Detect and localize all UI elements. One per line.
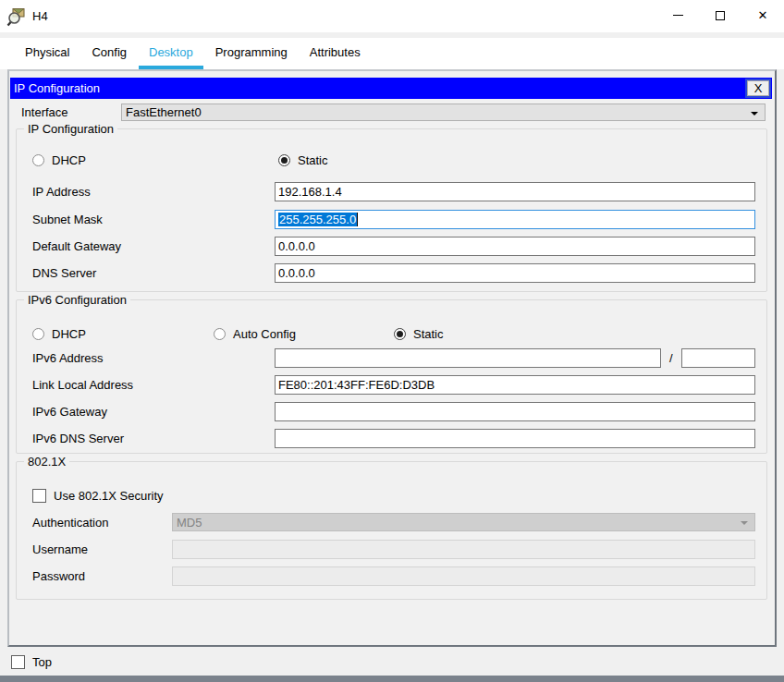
interface-dropdown[interactable]: FastEthernet0: [121, 104, 766, 121]
ipv6-dns-input[interactable]: [275, 429, 755, 448]
ip-configuration-dialog: IP Configuration X Interface FastEtherne…: [7, 69, 777, 647]
dhcp-radio[interactable]: DHCP: [32, 153, 278, 167]
static-radio[interactable]: Static: [278, 153, 328, 167]
ip-address-input[interactable]: [275, 182, 755, 201]
window-bottom-edge: [0, 676, 784, 682]
ipv6-static-radio[interactable]: Static: [394, 327, 444, 341]
app-icon: [6, 6, 27, 27]
dns-server-label: DNS Server: [32, 266, 275, 280]
subnet-mask-selected-text: 255.255.255.0: [278, 213, 357, 226]
dialog-close-button[interactable]: X: [745, 79, 771, 98]
link-local-row: Link Local Address: [32, 375, 755, 395]
authentication-dropdown-value: MD5: [177, 516, 202, 530]
dropdown-arrow-icon: [751, 112, 758, 116]
dot1x-group: 802.1X Use 802.1X Security Authenticatio…: [16, 461, 767, 600]
dialog-title: IP Configuration: [10, 81, 100, 95]
use-security-label: Use 802.1X Security: [54, 489, 164, 503]
static-radio-label: Static: [298, 153, 328, 167]
username-row: Username: [32, 540, 755, 558]
ipv6-prefix-input[interactable]: [681, 348, 755, 368]
window-titlebar: H4 ✕: [0, 0, 784, 32]
dhcp-radio-circle[interactable]: [32, 154, 44, 166]
authentication-dropdown: MD5: [172, 513, 755, 531]
ip-mode-radios: DHCP Static: [32, 152, 755, 167]
ipv6-autoconfig-radio-circle[interactable]: [214, 328, 226, 340]
ipv6-dhcp-radio[interactable]: DHCP: [32, 327, 214, 341]
text-caret: [357, 213, 358, 226]
ip-address-row: IP Address: [32, 182, 755, 201]
password-label: Password: [32, 569, 172, 583]
use-security-checkbox[interactable]: [32, 489, 46, 503]
dialog-header[interactable]: IP Configuration X: [10, 78, 772, 99]
tab-attributes[interactable]: Attributes: [300, 38, 371, 69]
authentication-label: Authentication: [32, 516, 172, 530]
ipv6-address-row: IPv6 Address /: [32, 348, 755, 368]
ip-address-label: IP Address: [32, 185, 275, 199]
window-controls: ✕: [656, 0, 784, 30]
tab-programming[interactable]: Programming: [205, 38, 298, 69]
dns-server-input[interactable]: [275, 263, 755, 283]
ipv6-gateway-row: IPv6 Gateway: [32, 402, 755, 421]
minimize-button[interactable]: [656, 0, 699, 30]
dropdown-arrow-icon: [741, 521, 748, 525]
ipv6-dns-row: IPv6 DNS Server: [32, 429, 755, 448]
ipv6-gateway-input[interactable]: [275, 402, 755, 421]
ipv6-autoconfig-radio-label: Auto Config: [233, 327, 296, 341]
ipv6-dhcp-radio-circle[interactable]: [32, 328, 44, 340]
ip-configuration-group: IP Configuration DHCP Static IP Address …: [16, 128, 767, 292]
ipv6-dhcp-radio-label: DHCP: [52, 327, 86, 341]
ip-configuration-group-label: IP Configuration: [24, 122, 117, 136]
ipv6-gateway-label: IPv6 Gateway: [32, 405, 275, 419]
authentication-row: Authentication MD5: [32, 513, 755, 531]
dhcp-radio-label: DHCP: [52, 153, 86, 167]
interface-dropdown-value: FastEthernet0: [126, 105, 202, 119]
subnet-mask-row: Subnet Mask 255.255.255.0: [32, 210, 755, 229]
dot1x-group-label: 802.1X: [24, 455, 69, 469]
tab-physical[interactable]: Physical: [15, 38, 80, 69]
ipv6-mode-radios: DHCP Auto Config Static: [32, 326, 755, 341]
tab-bar: Physical Config Desktop Programming Attr…: [0, 38, 784, 69]
ipv6-autoconfig-radio[interactable]: Auto Config: [214, 327, 394, 341]
close-icon: ✕: [758, 9, 768, 21]
ipv6-dns-label: IPv6 DNS Server: [32, 432, 275, 445]
window-title: H4: [32, 9, 48, 23]
password-row: Password: [32, 566, 755, 585]
maximize-button[interactable]: [699, 0, 741, 30]
ipv6-static-radio-circle[interactable]: [394, 328, 406, 340]
password-input: [172, 566, 755, 586]
dns-server-row: DNS Server: [32, 263, 755, 283]
close-button[interactable]: ✕: [741, 0, 784, 30]
top-checkbox-row[interactable]: Top: [11, 653, 52, 670]
subnet-mask-label: Subnet Mask: [32, 213, 275, 226]
minimize-icon: [673, 15, 683, 16]
use-security-row: Use 802.1X Security: [32, 488, 755, 504]
interface-row: Interface FastEthernet0: [21, 104, 766, 121]
top-checkbox-label: Top: [32, 655, 52, 669]
link-local-label: Link Local Address: [32, 378, 275, 392]
ipv6-configuration-group: IPv6 Configuration DHCP Auto Config Stat…: [16, 299, 767, 454]
username-input: [172, 540, 755, 559]
ipv6-static-radio-label: Static: [413, 327, 444, 341]
ipv6-configuration-group-label: IPv6 Configuration: [24, 293, 130, 307]
interface-label: Interface: [21, 105, 121, 119]
subnet-mask-input[interactable]: 255.255.255.0: [275, 210, 755, 229]
static-radio-circle[interactable]: [278, 154, 290, 166]
link-local-input[interactable]: [275, 375, 755, 395]
default-gateway-label: Default Gateway: [32, 239, 275, 253]
tab-config[interactable]: Config: [81, 38, 137, 69]
username-label: Username: [32, 542, 172, 556]
default-gateway-row: Default Gateway: [32, 237, 755, 256]
tab-desktop[interactable]: Desktop: [139, 38, 203, 69]
default-gateway-input[interactable]: [275, 237, 755, 256]
top-checkbox[interactable]: [11, 655, 25, 669]
ipv6-prefix-separator: /: [669, 351, 673, 365]
ipv6-address-label: IPv6 Address: [32, 351, 275, 365]
maximize-icon: [716, 11, 725, 20]
ipv6-address-input[interactable]: [275, 348, 661, 368]
